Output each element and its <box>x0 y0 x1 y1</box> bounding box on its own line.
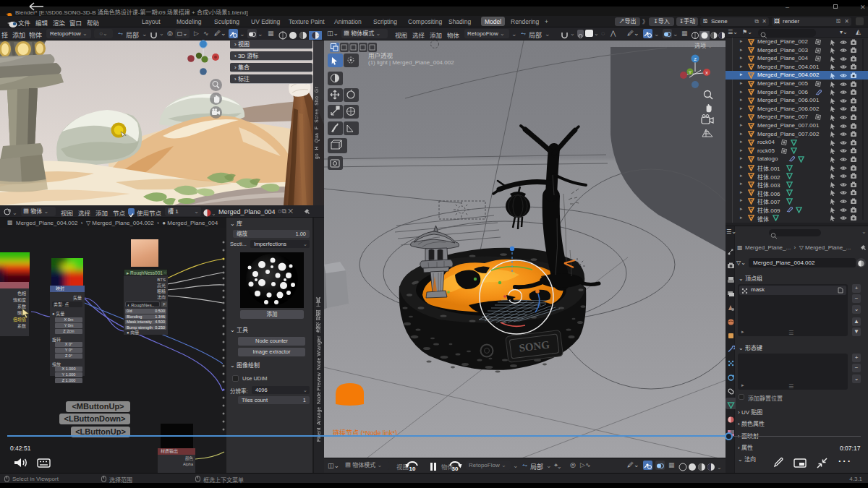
svg-text:Y: Y <box>689 70 692 74</box>
svg-text:30: 30 <box>452 466 459 472</box>
svg-text:⌄: ⌄ <box>12 210 17 216</box>
svg-text:⌄: ⌄ <box>211 210 215 217</box>
svg-text:⌄: ⌄ <box>717 464 722 471</box>
svg-text:Z: Z <box>694 57 697 61</box>
svg-text:10: 10 <box>409 466 416 472</box>
svg-text:X: X <box>705 71 708 75</box>
